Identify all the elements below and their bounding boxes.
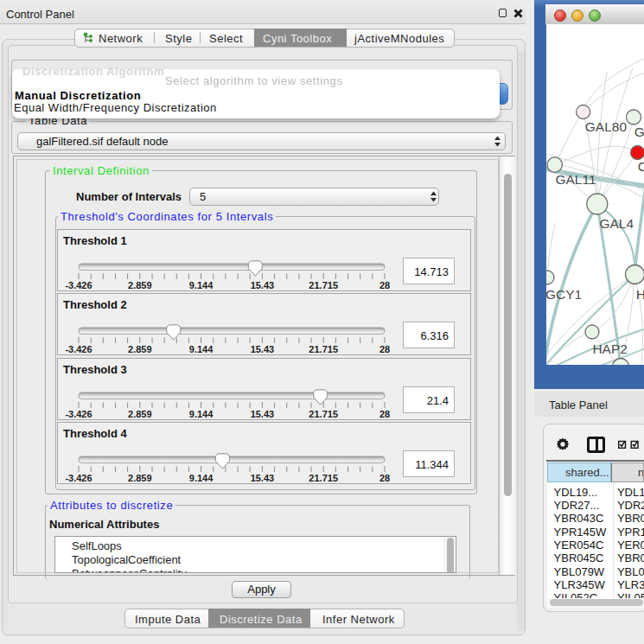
svg-text:GAL11: GAL11 (555, 172, 596, 187)
svg-text:21.715: 21.715 (309, 344, 338, 354)
svg-text:H: H (636, 287, 644, 302)
svg-text:28: 28 (379, 473, 390, 483)
svg-text:C: C (638, 159, 644, 174)
svg-text:GCY1: GCY1 (546, 287, 582, 302)
svg-text:-3.426: -3.426 (65, 473, 92, 483)
svg-text:28: 28 (379, 280, 390, 290)
svg-text:15.43: 15.43 (251, 473, 275, 483)
svg-text:2.859: 2.859 (128, 473, 152, 483)
svg-text:21.715: 21.715 (309, 280, 338, 290)
svg-text:2.859: 2.859 (128, 409, 152, 419)
svg-text:GAL4: GAL4 (599, 216, 634, 231)
svg-text:9.144: 9.144 (189, 409, 214, 419)
svg-text:28: 28 (379, 409, 390, 419)
svg-text:21.715: 21.715 (309, 409, 338, 419)
svg-text:GA: GA (634, 124, 644, 139)
svg-text:2.859: 2.859 (128, 344, 152, 354)
svg-text:GAL80: GAL80 (585, 119, 628, 134)
svg-text:9.144: 9.144 (189, 344, 214, 354)
svg-text:-3.426: -3.426 (65, 409, 92, 419)
svg-text:2.859: 2.859 (128, 280, 152, 290)
svg-text:28: 28 (379, 344, 390, 354)
svg-text:15.43: 15.43 (251, 280, 275, 290)
svg-text:HAP2: HAP2 (592, 341, 628, 356)
svg-text:9.144: 9.144 (189, 280, 214, 290)
svg-text:-3.426: -3.426 (65, 344, 92, 354)
svg-text:9.144: 9.144 (189, 473, 214, 483)
svg-text:15.43: 15.43 (251, 344, 275, 354)
svg-text:21.715: 21.715 (309, 473, 338, 483)
svg-text:15.43: 15.43 (251, 409, 275, 419)
svg-text:-3.426: -3.426 (65, 280, 92, 290)
